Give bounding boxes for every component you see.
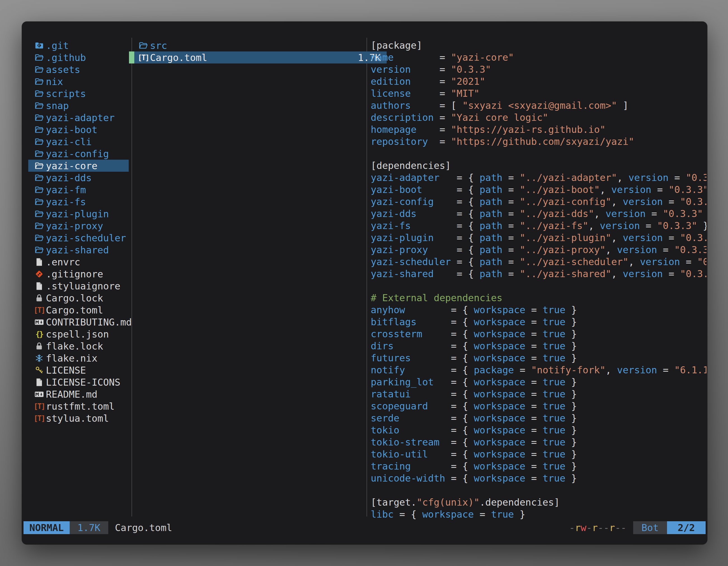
- file-label: yazi-adapter: [46, 112, 115, 123]
- parent-item-yazi-plugin[interactable]: yazi-plugin: [28, 208, 129, 220]
- code-segment: "https://yazi-rs.github.io": [451, 124, 606, 135]
- parent-item-yazi-adapter[interactable]: yazi-adapter: [28, 112, 129, 124]
- code-segment: =: [651, 184, 668, 195]
- parent-item-cspell-json[interactable]: {}cspell.json: [28, 328, 129, 340]
- parent-item--styluaignore[interactable]: .styluaignore: [28, 280, 129, 292]
- code-segment: true: [543, 412, 565, 424]
- parent-item-contributing-md[interactable]: CONTRIBUTING.md: [28, 316, 129, 328]
- code-segment: workspace: [474, 412, 525, 424]
- parent-item-yazi-proxy[interactable]: yazi-proxy: [28, 220, 129, 232]
- permission-char: w: [581, 522, 586, 533]
- code-line: yazi-proxy = { path = "../yazi-proxy", v…: [371, 244, 706, 256]
- code-segment: true: [543, 448, 565, 460]
- code-line: tokio = { workspace = true }: [371, 424, 706, 436]
- code-segment: true: [543, 316, 565, 327]
- parent-item-stylua-toml[interactable]: [T]stylua.toml: [28, 412, 129, 424]
- parent-item-flake-lock[interactable]: flake.lock: [28, 340, 129, 352]
- code-segment: workspace: [474, 376, 525, 387]
- parent-item-assets[interactable]: assets: [28, 64, 129, 76]
- parent-item-license[interactable]: LICENSE: [28, 364, 129, 376]
- code-segment: =: [525, 400, 543, 412]
- code-line: [package]: [371, 39, 706, 51]
- file-label: CONTRIBUTING.md: [46, 316, 132, 328]
- parent-item--envrc[interactable]: .envrc: [28, 256, 129, 268]
- parent-item-yazi-config[interactable]: yazi-config: [28, 148, 129, 160]
- code-segment: =: [525, 352, 543, 363]
- file-label: .styluaignore: [46, 281, 120, 292]
- code-segment: ,: [600, 184, 611, 195]
- code-line: tokio-util = { workspace = true }: [371, 448, 706, 460]
- code-line: yazi-plugin = { path = "../yazi-plugin",…: [371, 232, 706, 244]
- code-line: yazi-fs = { path = "../yazi-fs", version…: [371, 220, 706, 232]
- folder-open-icon: [34, 209, 44, 219]
- code-segment: yazi-scheduler: [371, 256, 451, 267]
- code-segment: =: [669, 172, 686, 183]
- markdown-icon: [34, 317, 44, 327]
- code-segment: = {: [394, 340, 474, 351]
- code-line: repository = "https://github.com/sxyazi/…: [371, 136, 706, 148]
- code-segment: =: [640, 220, 657, 231]
- code-segment: "MIT": [451, 88, 480, 99]
- file-size-badge: 1.7K: [70, 521, 108, 534]
- parent-item-yazi-core[interactable]: yazi-core: [28, 160, 129, 172]
- parent-item-yazi-shared[interactable]: yazi-shared: [28, 244, 129, 256]
- parent-item-license-icons[interactable]: LICENSE-ICONS: [28, 376, 129, 388]
- parent-item-flake-nix[interactable]: flake.nix: [28, 352, 129, 364]
- parent-item-scripts[interactable]: scripts: [28, 88, 129, 100]
- file-label: yazi-proxy: [46, 220, 103, 232]
- terminal-window: .git.githubassetsnixscriptssnapyazi-adap…: [22, 22, 707, 544]
- toml-icon: [T]: [138, 53, 148, 63]
- folder-open-icon: [34, 149, 44, 159]
- code-segment: version: [617, 364, 657, 375]
- folder-open-icon: [34, 185, 44, 195]
- code-segment: version: [617, 244, 657, 255]
- parent-item-cargo-toml[interactable]: [T]Cargo.toml: [28, 304, 129, 316]
- code-segment: ,: [611, 268, 623, 280]
- parent-item-yazi-scheduler[interactable]: yazi-scheduler: [28, 232, 129, 244]
- parent-item-yazi-dds[interactable]: yazi-dds: [28, 172, 129, 184]
- permission-char: -: [621, 522, 626, 533]
- parent-item--github[interactable]: .github: [28, 51, 129, 64]
- file-label: yazi-scheduler: [46, 233, 126, 244]
- code-segment: = [: [411, 100, 462, 111]
- code-segment: path: [480, 208, 502, 219]
- code-segment: }: [565, 436, 577, 448]
- code-segment: =: [525, 328, 543, 339]
- git-folder-icon: [34, 41, 44, 51]
- code-segment: =: [502, 220, 520, 231]
- code-segment: = {: [399, 424, 474, 436]
- current-item-cargo-toml[interactable]: [T]Cargo.toml1.7K: [129, 51, 387, 64]
- parent-item-readme-md[interactable]: README.md: [28, 388, 129, 400]
- code-segment: workspace: [474, 340, 525, 351]
- code-segment: [target.: [371, 497, 417, 508]
- parent-item-yazi-fm[interactable]: yazi-fm: [28, 184, 129, 196]
- permission-char: r: [592, 522, 598, 533]
- code-segment: = {: [440, 436, 474, 448]
- code-line: [371, 280, 706, 292]
- parent-item--git[interactable]: .git: [28, 39, 129, 51]
- parent-item-rustfmt-toml[interactable]: [T]rustfmt.toml: [28, 400, 129, 412]
- parent-item-snap[interactable]: snap: [28, 100, 129, 112]
- toml-icon: [T]: [34, 305, 44, 315]
- file-label: .git: [46, 40, 69, 51]
- code-segment: workspace: [474, 436, 525, 448]
- parent-item-yazi-boot[interactable]: yazi-boot: [28, 124, 129, 136]
- parent-item-cargo-lock[interactable]: Cargo.lock: [28, 292, 129, 304]
- code-segment: [package]: [371, 40, 422, 51]
- parent-item--gitignore[interactable]: .gitignore: [28, 268, 129, 280]
- code-segment: ,: [605, 244, 617, 255]
- code-segment: "../yazi-shared": [520, 268, 611, 280]
- status-bar-left: NORMAL 1.7K Cargo.toml: [24, 521, 172, 534]
- code-segment: scopeguard: [371, 400, 428, 412]
- code-segment: repository: [371, 136, 428, 147]
- current-item-src[interactable]: src: [129, 39, 387, 51]
- code-segment: workspace: [474, 424, 525, 436]
- parent-item-yazi-fs[interactable]: yazi-fs: [28, 196, 129, 208]
- code-segment: "../yazi-scheduler": [520, 256, 628, 267]
- file-label: yazi-plugin: [46, 208, 109, 220]
- code-segment: yazi-proxy: [371, 244, 428, 255]
- code-line: notify = { package = "notify-fork", vers…: [371, 364, 706, 376]
- parent-item-yazi-cli[interactable]: yazi-cli: [28, 136, 129, 148]
- code-segment: yazi-plugin: [371, 232, 434, 243]
- parent-item-nix[interactable]: nix: [28, 76, 129, 88]
